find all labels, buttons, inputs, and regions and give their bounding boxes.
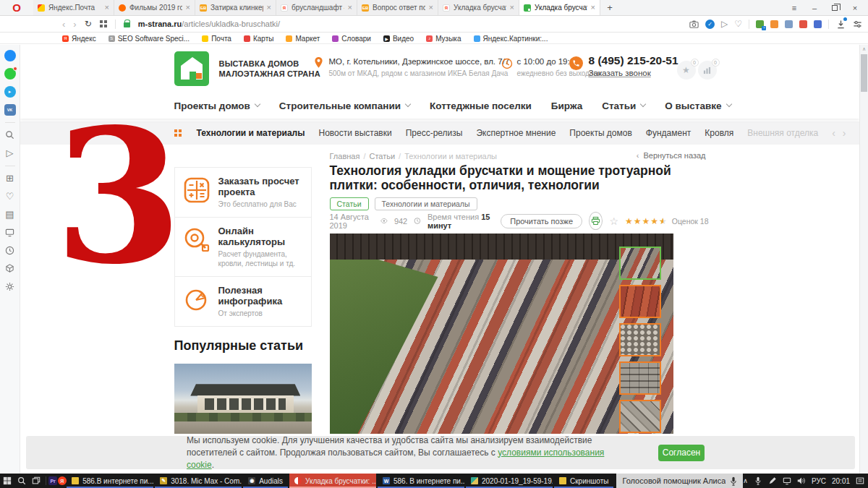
- subnav-item[interactable]: Технологии и материалы: [197, 128, 305, 138]
- pen-icon[interactable]: [768, 476, 777, 485]
- pager-next-icon[interactable]: ›: [843, 127, 846, 139]
- widget-card[interactable]: Онлайн калькуляторыРасчет фундамента, кр…: [175, 217, 311, 276]
- print-button[interactable]: [589, 212, 603, 230]
- vk-icon[interactable]: VK: [4, 104, 16, 116]
- messenger-icon[interactable]: [4, 50, 16, 61]
- back-icon[interactable]: ‹: [62, 20, 65, 29]
- start-button[interactable]: [0, 474, 14, 488]
- tab-close-icon[interactable]: ×: [348, 4, 352, 12]
- translate-extension-icon[interactable]: [785, 20, 793, 28]
- nav-item[interactable]: Коттеджные поселки: [430, 100, 532, 111]
- bookmark-item[interactable]: ЯЯндекс: [62, 35, 96, 43]
- image-thumbnail[interactable]: [619, 361, 661, 395]
- taskbar-app-button[interactable]: W586. В интернете пи...: [378, 474, 464, 488]
- tab-close-icon[interactable]: ×: [186, 4, 190, 12]
- subnav-item[interactable]: Пресс-релизы: [406, 128, 463, 138]
- pager-prev-icon[interactable]: ‹: [832, 127, 835, 139]
- task-view-button[interactable]: [29, 474, 43, 488]
- rating-stars[interactable]: ★★★★★★: [625, 216, 668, 226]
- settings-icon[interactable]: [4, 281, 16, 293]
- history-icon[interactable]: [4, 245, 16, 257]
- close-button[interactable]: ×: [845, 0, 865, 16]
- heart-icon[interactable]: ♡: [4, 191, 16, 202]
- article-tag[interactable]: Технологии и материалы: [375, 197, 477, 210]
- read-later-button[interactable]: Прочитать позже: [501, 214, 582, 228]
- cart-extension-icon[interactable]: [770, 20, 778, 28]
- extensions-icon[interactable]: [4, 263, 16, 275]
- bookmark-item[interactable]: Яндекс.Картинки:...: [474, 35, 548, 43]
- tab-menu-icon[interactable]: ≡: [784, 0, 804, 16]
- subnav-item[interactable]: Экспертное мнение: [476, 128, 556, 138]
- scroll-up-icon[interactable]: ∧: [860, 45, 868, 53]
- nav-item[interactable]: О выставке: [665, 100, 731, 111]
- bookmark-item[interactable]: Маркет: [286, 35, 320, 43]
- subnav-item[interactable]: Новости выставки: [319, 128, 392, 138]
- reload-icon[interactable]: ↻: [85, 19, 92, 29]
- taskbar-app-button[interactable]: Укладка брусчатки: ...: [289, 474, 376, 488]
- popular-article-image[interactable]: [174, 364, 312, 434]
- tab-close-icon[interactable]: ×: [510, 4, 514, 12]
- downloads-icon[interactable]: [835, 19, 846, 29]
- protection-shield-icon[interactable]: ✓: [705, 20, 715, 29]
- docs-extension-icon[interactable]: [799, 20, 807, 28]
- image-thumbnail[interactable]: [619, 285, 661, 318]
- phone-number[interactable]: 8 (495) 215-20-51: [589, 54, 678, 67]
- image-thumbnail[interactable]: [619, 323, 661, 356]
- browser-tab[interactable]: Укладка брусчатки: какая×: [519, 0, 600, 15]
- password-extension-icon[interactable]: [814, 20, 822, 28]
- bookmark-item[interactable]: ♪Музыка: [426, 35, 461, 43]
- lock-icon[interactable]: [124, 22, 130, 27]
- cookie-accept-button[interactable]: Согласен: [658, 445, 705, 461]
- browser-tab[interactable]: Фильмы 2019 года – список×: [114, 0, 195, 15]
- speed-dial-icon[interactable]: [100, 20, 103, 23]
- forward-icon[interactable]: ›: [73, 20, 76, 29]
- favorites-badge[interactable]: ★0: [677, 61, 696, 80]
- snapshot-camera-icon[interactable]: [689, 19, 699, 29]
- article-tag[interactable]: Статьи: [330, 197, 369, 210]
- tab-close-icon[interactable]: ×: [267, 4, 271, 12]
- tab-close-icon[interactable]: ×: [105, 4, 109, 12]
- site-logo[interactable]: [174, 51, 209, 86]
- telegram-icon[interactable]: ▸: [4, 86, 16, 98]
- article-main-image[interactable]: [330, 234, 673, 434]
- send-icon[interactable]: ▷: [4, 147, 16, 159]
- browser-tab[interactable]: ЯУкладка брусчатки — Янд×: [438, 0, 519, 15]
- browser-tab[interactable]: Ябрусландшафт — Яндекс×: [276, 0, 357, 15]
- bookmark-item[interactable]: Словари: [332, 35, 371, 43]
- taskbar-app-button[interactable]: 586.В интернете пи...: [67, 474, 153, 488]
- yandex-app-icon[interactable]: Я: [58, 474, 67, 488]
- bookmark-item[interactable]: Почта: [202, 35, 231, 43]
- bookmark-item[interactable]: SSEO Software Speci...: [109, 35, 190, 43]
- widget-card[interactable]: Заказать просчет проектаЭто бесплатно дл…: [175, 168, 311, 217]
- taskbar-search-button[interactable]: [14, 474, 29, 488]
- bookmark-heart-icon[interactable]: ♡: [734, 19, 742, 29]
- seo-extension-icon[interactable]: ?: [756, 20, 764, 28]
- widget-card[interactable]: Полезная инфографикаОт экспертов: [175, 276, 311, 326]
- callback-link[interactable]: Заказать звонок: [589, 69, 651, 77]
- bookmark-item[interactable]: Карты: [244, 35, 274, 43]
- language-indicator[interactable]: РУС: [812, 477, 826, 485]
- premiere-app-icon[interactable]: Pr: [48, 474, 58, 488]
- send-to-flow-icon[interactable]: ▷: [721, 19, 728, 29]
- settings-sliders-icon[interactable]: [852, 19, 862, 29]
- news-icon[interactable]: ▤: [4, 209, 16, 221]
- clock-time[interactable]: 20:01: [832, 477, 850, 485]
- scrollbar[interactable]: ∧: [859, 45, 868, 474]
- taskbar-app-button[interactable]: 2020-01-19_19-59-19....: [466, 474, 553, 488]
- browser-tab[interactable]: Яндекс.Почта×: [33, 0, 114, 15]
- subnav-item[interactable]: Проекты домов: [569, 128, 631, 138]
- minimize-button[interactable]: –: [804, 0, 825, 16]
- speeddial-icon[interactable]: ⊞: [4, 173, 16, 184]
- search-icon[interactable]: [4, 129, 16, 141]
- new-tab-button[interactable]: +: [600, 0, 619, 15]
- nav-item[interactable]: Проекты домов: [174, 100, 260, 111]
- taskbar-app-button[interactable]: Скриншоты: [554, 474, 613, 488]
- back-link[interactable]: ‹Вернуться назад: [637, 151, 706, 160]
- browser-tab[interactable]: БВЗатирка клинкерной плитки×: [195, 0, 276, 15]
- device-icon[interactable]: [4, 227, 16, 239]
- subnav-item[interactable]: Фундамент: [646, 128, 691, 138]
- tab-close-icon[interactable]: ×: [591, 4, 595, 12]
- nav-item[interactable]: Строительные компании: [279, 100, 410, 111]
- network-icon[interactable]: [783, 476, 791, 485]
- nav-item[interactable]: Биржа: [551, 100, 582, 111]
